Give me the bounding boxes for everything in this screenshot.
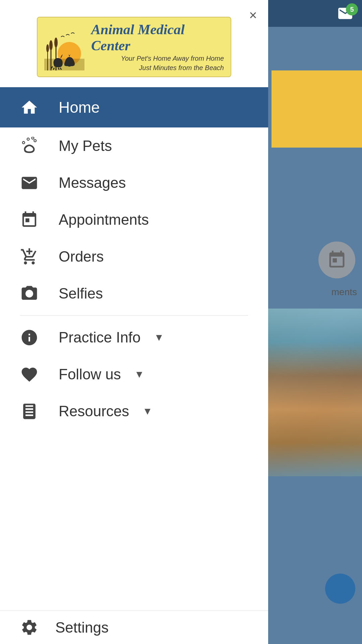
calendar-icon	[327, 250, 347, 270]
nav-divider	[20, 315, 248, 316]
yellow-banner	[272, 70, 362, 148]
logo-illustration	[44, 23, 84, 70]
camera-star-icon	[20, 284, 39, 303]
svg-point-5	[54, 38, 58, 48]
appointments-label-right: ments	[331, 287, 357, 298]
orders-label: Orders	[59, 248, 104, 265]
follow-us-content: Follow us ▼	[59, 366, 248, 383]
logo-box: Animal Medical Center Your Pet's Home Aw…	[37, 17, 231, 77]
dog-image	[268, 309, 362, 476]
appointments-label: Appointments	[59, 211, 149, 228]
messages-label: Messages	[59, 174, 126, 191]
sidebar-item-my-pets[interactable]: My Pets	[0, 127, 268, 164]
book-icon	[20, 402, 39, 421]
fab-button[interactable]	[325, 574, 355, 604]
mail-icon-wrapper[interactable]: 5	[335, 5, 355, 22]
heart-icon	[20, 365, 39, 384]
sidebar-item-follow-us[interactable]: Follow us ▼	[0, 356, 268, 393]
paw-icon	[20, 137, 39, 155]
sidebar-item-resources[interactable]: Resources ▼	[0, 393, 268, 430]
selfies-label: Selfies	[59, 285, 103, 302]
sidebar-item-home[interactable]: Home	[0, 87, 268, 127]
practice-info-label: Practice Info	[59, 329, 141, 346]
sidebar-item-selfies[interactable]: Selfies	[0, 275, 268, 312]
settings-bar[interactable]: Settings	[0, 610, 268, 644]
cart-icon	[20, 248, 39, 266]
sidebar-item-messages[interactable]: Messages	[0, 164, 268, 201]
sidebar-item-orders[interactable]: Orders	[0, 238, 268, 275]
logo-subtitle: Your Pet's Home Away from Home Just Minu…	[121, 54, 224, 72]
envelope-icon	[20, 174, 39, 192]
logo-text-area: Animal Medical Center Your Pet's Home Aw…	[91, 21, 224, 72]
my-pets-label: My Pets	[59, 138, 112, 154]
resources-chevron: ▼	[142, 406, 153, 417]
settings-label: Settings	[55, 619, 109, 636]
calendar-nav-icon	[20, 211, 39, 229]
svg-point-3	[49, 40, 53, 50]
svg-point-7	[46, 44, 49, 52]
logo-title: Animal Medical Center	[91, 21, 224, 54]
settings-icon	[20, 618, 39, 637]
follow-us-label: Follow us	[59, 366, 121, 383]
sidebar-item-appointments[interactable]: Appointments	[0, 201, 268, 238]
sidebar-item-practice-info[interactable]: Practice Info ▼	[0, 319, 268, 356]
drawer: Animal Medical Center Your Pet's Home Aw…	[0, 0, 268, 644]
close-button[interactable]: ×	[243, 5, 263, 25]
practice-info-content: Practice Info ▼	[59, 329, 248, 346]
resources-content: Resources ▼	[59, 403, 248, 420]
practice-info-chevron: ▼	[154, 332, 164, 343]
follow-us-chevron: ▼	[134, 369, 144, 380]
logo-area: Animal Medical Center Your Pet's Home Aw…	[0, 0, 268, 87]
notification-area: 5	[268, 0, 362, 27]
calendar-circle	[318, 241, 355, 278]
home-label: Home	[59, 98, 100, 116]
home-icon	[20, 98, 39, 117]
info-circle-icon	[20, 328, 39, 347]
resources-label: Resources	[59, 403, 129, 420]
notification-badge: 5	[346, 3, 358, 15]
